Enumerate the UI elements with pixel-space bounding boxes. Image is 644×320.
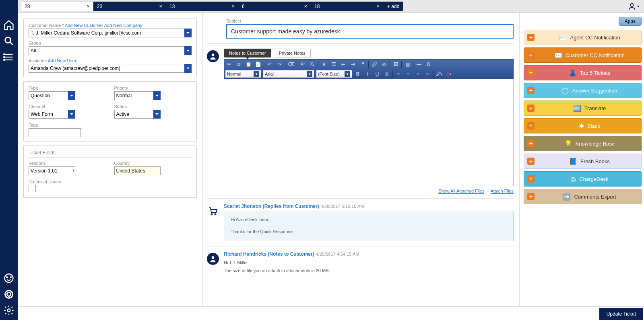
chevron-down-icon[interactable] [153, 91, 161, 100]
apps-panel: Apps +✉️Agent CC Notification+✉️Customer… [519, 13, 644, 306]
app-item[interactable]: +◎ChargeDesk [524, 171, 642, 187]
italic-icon[interactable]: I [363, 70, 372, 78]
blockquote-icon[interactable]: ❝ [358, 60, 367, 69]
app-item[interactable]: +🔤Translate [524, 101, 642, 116]
redo-icon[interactable]: ↷ [275, 60, 284, 69]
ordered-list-icon[interactable]: ☰ [329, 60, 339, 69]
add-tab-button[interactable]: + add [383, 2, 403, 11]
expand-icon[interactable]: + [524, 48, 538, 62]
close-icon[interactable]: × [231, 4, 235, 9]
app-item[interactable]: +✱Slack [524, 118, 642, 133]
highlight-color-icon[interactable]: 🖍▾ [434, 70, 444, 78]
image-icon[interactable]: 🖼 [391, 60, 400, 69]
refresh-icon[interactable] [3, 289, 14, 300]
tags-input[interactable] [29, 128, 81, 137]
ticket-tab[interactable]: 13× [166, 2, 238, 11]
unlink-icon[interactable]: ⊘ [379, 60, 389, 69]
group-dropdown-btn[interactable] [184, 46, 192, 55]
superscript-icon[interactable]: X² [298, 60, 308, 69]
expand-icon[interactable]: + [524, 119, 538, 133]
customer-dropdown-btn[interactable] [184, 29, 192, 37]
assignee-select[interactable] [29, 64, 192, 73]
unordered-list-icon[interactable]: ≡ [319, 60, 329, 69]
text-color-icon[interactable]: A▾ [444, 70, 454, 78]
bold-icon[interactable]: B [353, 70, 363, 78]
close-icon[interactable]: × [159, 4, 162, 9]
chevron-down-icon[interactable] [68, 110, 75, 119]
expand-icon[interactable]: + [524, 189, 538, 204]
app-item[interactable]: +✉️Agent CC Notification [524, 30, 642, 45]
ticket-tab[interactable]: 18× [311, 2, 383, 11]
add-new-user-link[interactable]: Add New User [48, 58, 76, 63]
assignee-dropdown-btn[interactable] [184, 64, 192, 73]
close-icon[interactable]: × [87, 4, 90, 9]
app-item[interactable]: +✉️Customer CC Notification [524, 47, 642, 63]
versions-select[interactable] [29, 166, 75, 175]
app-item[interactable]: +➡️Comments Export [524, 189, 642, 204]
subscript-icon[interactable]: X₂ [308, 60, 317, 69]
show-attached-files-link[interactable]: Show All Attached Files [438, 189, 484, 194]
paste-icon[interactable]: 📋 [244, 60, 253, 69]
expand-icon[interactable]: + [524, 172, 538, 186]
expand-icon[interactable]: + [524, 136, 538, 151]
font-size-select[interactable]: (Font Size)▾ [316, 70, 352, 78]
tech-issues-checkbox[interactable] [29, 185, 36, 192]
align-center-icon[interactable]: ≡ [403, 70, 413, 78]
update-ticket-button[interactable]: Update Ticket [599, 308, 643, 320]
customer-name-input[interactable] [29, 29, 192, 37]
ticket-tab[interactable]: 28× [21, 2, 93, 11]
search-icon[interactable] [3, 35, 14, 47]
ticket-tab[interactable]: 23× [93, 2, 166, 11]
expand-icon[interactable]: + [524, 30, 538, 45]
app-item[interactable]: +📘Fresh Books [524, 154, 642, 169]
ticket-tab[interactable]: 6× [238, 2, 311, 11]
indent-icon[interactable]: ⇥ [348, 60, 358, 69]
chevron-down-icon[interactable] [68, 91, 75, 100]
align-left-icon[interactable]: ≡ [394, 70, 403, 78]
subject-input[interactable] [226, 24, 514, 39]
clear-format-icon[interactable]: ⌫ [286, 60, 296, 69]
hr-icon[interactable]: ― [414, 60, 424, 69]
expand-icon[interactable]: + [524, 154, 538, 168]
add-new-customer-link[interactable]: Add New Customer [65, 23, 103, 28]
account-menu[interactable]: ▾ [627, 2, 639, 11]
expand-icon[interactable]: + [524, 101, 538, 115]
private-notes-tab[interactable]: Private Notes [274, 49, 311, 57]
table-icon[interactable]: ▦ [402, 60, 412, 69]
undo-icon[interactable]: ↶ [265, 60, 275, 69]
app-item[interactable]: +💡Knowledge Base [524, 136, 642, 151]
chevron-down-icon[interactable] [153, 110, 161, 119]
settings-icon[interactable] [3, 305, 14, 316]
paragraph-format-select[interactable]: Normal▾ [225, 70, 261, 78]
list-icon[interactable] [3, 51, 14, 63]
app-label: Comments Export [574, 194, 616, 200]
group-select[interactable] [29, 46, 192, 55]
cut-icon[interactable]: ✂ [224, 60, 234, 69]
outdent-icon[interactable]: ⇤ [339, 60, 348, 69]
paste-word-icon[interactable]: 📄 [253, 60, 263, 69]
special-char-icon[interactable]: Ω [424, 60, 433, 69]
expand-icon[interactable]: + [524, 83, 538, 98]
strikethrough-icon[interactable]: S [382, 70, 392, 78]
add-new-company-link[interactable]: Add New Company [104, 23, 142, 28]
notes-to-customer-tab[interactable]: Notes to Customer [224, 49, 271, 57]
font-family-select[interactable]: Arial▾ [263, 70, 314, 78]
app-item[interactable]: +👗Top 5 Tickets [524, 65, 642, 80]
link-icon[interactable]: 🔗 [369, 60, 379, 69]
copy-icon[interactable]: ⧉ [234, 60, 244, 69]
close-icon[interactable]: × [304, 4, 307, 9]
underline-icon[interactable]: U [372, 70, 382, 78]
attach-files-link[interactable]: Attach Files [491, 189, 514, 194]
home-icon[interactable] [3, 19, 14, 31]
align-justify-icon[interactable]: ≡ [423, 70, 432, 78]
expand-icon[interactable]: + [524, 66, 538, 80]
dashboard-icon[interactable] [3, 273, 14, 284]
apps-button[interactable]: Apps [619, 17, 642, 26]
bottom-bar: Update Ticket [18, 306, 644, 320]
country-input[interactable] [114, 166, 161, 175]
align-right-icon[interactable]: ≡ [413, 70, 423, 78]
app-item[interactable]: +◯Answer Suggestion [524, 83, 642, 98]
close-icon[interactable]: × [376, 4, 380, 9]
tech-issues-label: Technical Issues [29, 179, 192, 184]
editor-body[interactable] [224, 79, 514, 186]
